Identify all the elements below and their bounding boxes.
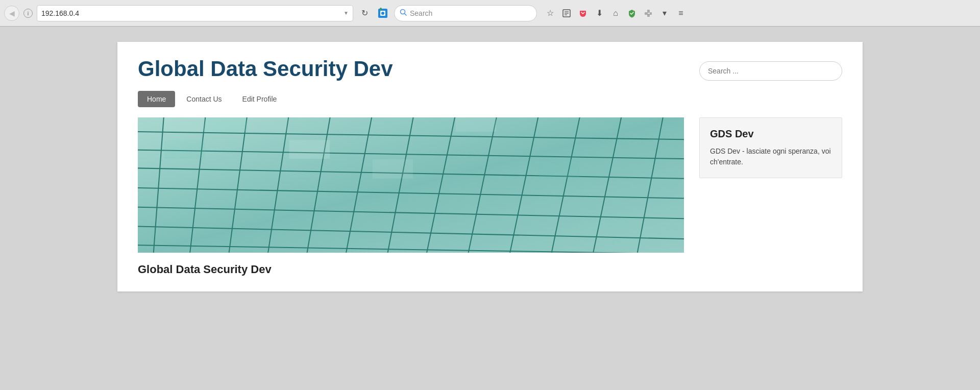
browser-search-bar[interactable]: Search (394, 5, 537, 21)
hamburger-menu-icon[interactable]: ≡ (674, 6, 688, 20)
info-icon[interactable]: i (23, 9, 33, 18)
site-header: Global Data Security Dev (138, 57, 842, 81)
nav-edit-profile[interactable]: Edit Profile (233, 91, 286, 107)
site-nav: Home Contact Us Edit Profile (138, 91, 842, 107)
address-text: 192.168.0.4 (41, 9, 340, 17)
browser-search-icon (400, 9, 407, 17)
extensions-icon[interactable] (641, 6, 655, 20)
svg-rect-36 (164, 117, 205, 132)
article-title: Global Data Security Dev (138, 263, 684, 276)
hero-image (138, 117, 684, 253)
svg-rect-14 (650, 12, 652, 15)
svg-rect-43 (539, 159, 579, 179)
svg-rect-42 (456, 117, 496, 132)
browser-search-placeholder: Search (410, 9, 432, 17)
svg-rect-41 (373, 159, 413, 179)
svg-rect-40 (289, 140, 330, 159)
svg-rect-13 (647, 14, 650, 17)
reload-button[interactable]: ↻ (357, 6, 372, 20)
sidebar: GDS Dev GDS Dev - lasciate ogni speranza… (699, 117, 842, 178)
svg-rect-38 (248, 117, 288, 132)
site-title: Global Data Security Dev (138, 57, 393, 81)
widget-title: GDS Dev (710, 128, 831, 140)
pocket-icon[interactable] (576, 6, 590, 20)
svg-rect-12 (647, 10, 650, 13)
widget-text: GDS Dev - lasciate ogni speranza, voi ch… (710, 146, 831, 167)
svg-point-3 (380, 8, 382, 10)
nav-home[interactable]: Home (138, 91, 175, 107)
site-search-input[interactable] (699, 61, 842, 81)
address-dropdown-icon[interactable]: ▼ (344, 10, 349, 16)
browser-toolbar-icons: ☆ ⬇ ⌂ (543, 6, 688, 20)
reading-list-icon[interactable] (559, 6, 574, 20)
back-button[interactable]: ◀ (4, 6, 19, 21)
main-content: Global Data Security Dev GDS Dev GDS Dev… (138, 117, 842, 276)
content-left: Global Data Security Dev (138, 117, 684, 276)
sidebar-widget: GDS Dev GDS Dev - lasciate ogni speranza… (699, 117, 842, 178)
bookmark-star-icon[interactable]: ☆ (543, 6, 557, 20)
svg-rect-39 (164, 140, 205, 159)
green-shield-icon[interactable] (625, 6, 639, 20)
site-container: Global Data Security Dev Home Contact Us… (117, 42, 863, 291)
browser-chrome: ◀ i 192.168.0.4 ▼ ↻ Search ☆ (0, 0, 980, 27)
svg-line-6 (405, 14, 407, 16)
home-icon[interactable]: ⌂ (608, 6, 623, 20)
svg-point-2 (381, 12, 384, 15)
favicon (376, 6, 390, 20)
svg-rect-37 (206, 117, 246, 132)
nav-contact-us[interactable]: Contact Us (177, 91, 231, 107)
page-wrapper: Global Data Security Dev Home Contact Us… (0, 27, 980, 390)
site-search-wrapper (699, 61, 842, 81)
download-icon[interactable]: ⬇ (592, 6, 606, 20)
extensions-arrow-icon[interactable]: ▾ (657, 6, 672, 20)
address-bar[interactable]: 192.168.0.4 ▼ (37, 5, 353, 21)
